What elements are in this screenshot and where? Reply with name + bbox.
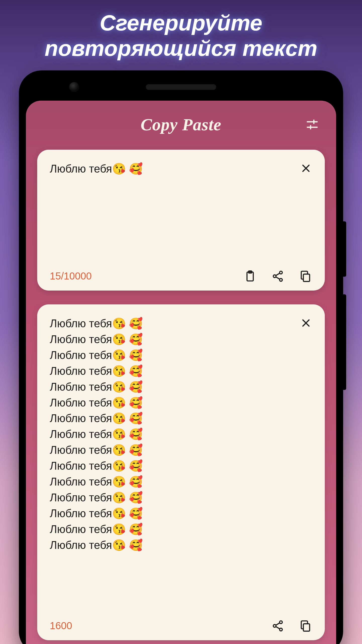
svg-line-12 bbox=[276, 277, 280, 279]
output-line: Люблю тебя😘 🥰 bbox=[50, 426, 300, 442]
input-char-counter: 15/10000 bbox=[50, 270, 92, 282]
output-line: Люблю тебя😘 🥰 bbox=[50, 442, 300, 458]
input-text[interactable]: Люблю тебя😘 🥰 bbox=[50, 161, 300, 177]
svg-point-17 bbox=[273, 624, 276, 627]
svg-point-9 bbox=[273, 275, 276, 277]
input-card: Люблю тебя😘 🥰 15/10000 bbox=[37, 150, 325, 291]
share-output-button[interactable] bbox=[271, 619, 285, 633]
output-line: Люблю тебя😘 🥰 bbox=[50, 395, 300, 411]
output-line: Люблю тебя😘 🥰 bbox=[50, 411, 300, 426]
promo-headline: Сгенерируйте повторяющийся текст bbox=[0, 0, 362, 68]
svg-rect-13 bbox=[303, 274, 309, 281]
phone-top-bar bbox=[19, 84, 343, 90]
phone-frame: Copy Paste Люблю тебя😘 🥰 bbox=[19, 70, 343, 644]
output-line: Люблю тебя😘 🥰 bbox=[50, 490, 300, 506]
app-title: Copy Paste bbox=[141, 115, 221, 135]
output-line: Люблю тебя😘 🥰 bbox=[50, 332, 300, 347]
svg-point-16 bbox=[280, 621, 282, 624]
copy-input-button[interactable] bbox=[298, 269, 312, 283]
sliders-icon bbox=[306, 118, 319, 131]
output-line: Люблю тебя😘 🥰 bbox=[50, 363, 300, 379]
app-screen: Copy Paste Люблю тебя😘 🥰 bbox=[26, 101, 336, 644]
output-line: Люблю тебя😘 🥰 bbox=[50, 521, 300, 537]
svg-point-8 bbox=[280, 271, 282, 274]
output-card: Люблю тебя😘 🥰Люблю тебя😘 🥰Люблю тебя😘 🥰Л… bbox=[37, 304, 325, 640]
paste-button[interactable] bbox=[243, 269, 257, 283]
svg-point-10 bbox=[280, 278, 282, 281]
phone-side-button-2 bbox=[343, 294, 346, 390]
output-line: Люблю тебя😘 🥰 bbox=[50, 506, 300, 521]
app-header: Copy Paste bbox=[37, 111, 325, 138]
copy-output-button[interactable] bbox=[298, 619, 312, 633]
output-text[interactable]: Люблю тебя😘 🥰Люблю тебя😘 🥰Люблю тебя😘 🥰Л… bbox=[50, 316, 300, 553]
close-icon bbox=[301, 318, 311, 328]
svg-line-20 bbox=[276, 626, 280, 629]
output-line: Люблю тебя😘 🥰 bbox=[50, 379, 300, 395]
share-icon bbox=[272, 270, 284, 283]
output-line: Люблю тебя😘 🥰 bbox=[50, 537, 300, 553]
phone-side-button-1 bbox=[343, 221, 346, 277]
output-char-counter: 1600 bbox=[50, 620, 72, 631]
output-line: Люблю тебя😘 🥰 bbox=[50, 458, 300, 474]
clipboard-icon bbox=[244, 270, 256, 283]
svg-point-18 bbox=[280, 628, 282, 631]
svg-line-19 bbox=[276, 623, 280, 625]
share-icon bbox=[272, 620, 284, 632]
close-icon bbox=[301, 163, 311, 174]
copy-icon bbox=[299, 270, 312, 283]
output-line: Люблю тебя😘 🥰 bbox=[50, 474, 300, 490]
clear-output-button[interactable] bbox=[300, 317, 312, 329]
svg-rect-21 bbox=[303, 624, 309, 631]
output-line: Люблю тебя😘 🥰 bbox=[50, 347, 300, 363]
output-line: Люблю тебя😘 🥰 bbox=[50, 316, 300, 332]
clear-input-button[interactable] bbox=[300, 162, 312, 175]
svg-line-11 bbox=[276, 273, 280, 275]
share-input-button[interactable] bbox=[271, 269, 285, 283]
settings-button[interactable] bbox=[305, 117, 320, 132]
phone-speaker bbox=[146, 84, 216, 90]
copy-icon bbox=[299, 620, 312, 632]
